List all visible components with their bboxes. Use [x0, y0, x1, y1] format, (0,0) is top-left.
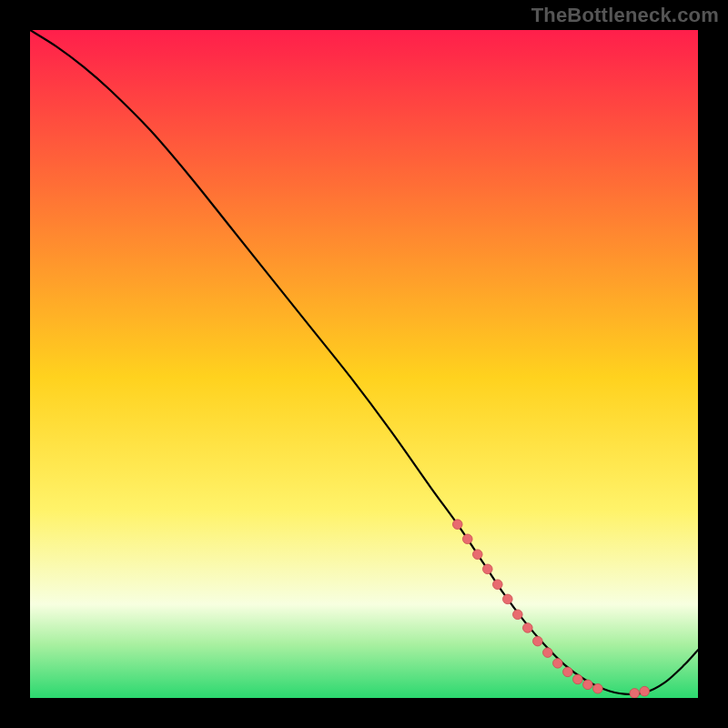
highlight-dot [493, 580, 503, 590]
highlight-dot [472, 550, 482, 560]
highlight-dot [583, 680, 593, 690]
highlight-dot [563, 667, 573, 677]
highlight-dot [523, 623, 533, 633]
highlight-dot [593, 683, 603, 693]
highlight-dot [503, 594, 513, 604]
chart-svg [30, 30, 698, 698]
highlight-dot [573, 674, 583, 684]
highlight-dot [482, 564, 492, 574]
highlight-dot [462, 534, 472, 544]
watermark-text: TheBottleneck.com [531, 4, 719, 27]
highlight-dot [640, 686, 650, 696]
chart-background [30, 30, 698, 698]
highlight-dot [533, 636, 543, 646]
highlight-dot [452, 520, 462, 530]
highlight-dot [553, 659, 563, 669]
highlight-dot [543, 648, 553, 658]
highlight-dot [513, 610, 523, 620]
chart-plot-area [30, 30, 698, 698]
highlight-dot [630, 689, 640, 698]
